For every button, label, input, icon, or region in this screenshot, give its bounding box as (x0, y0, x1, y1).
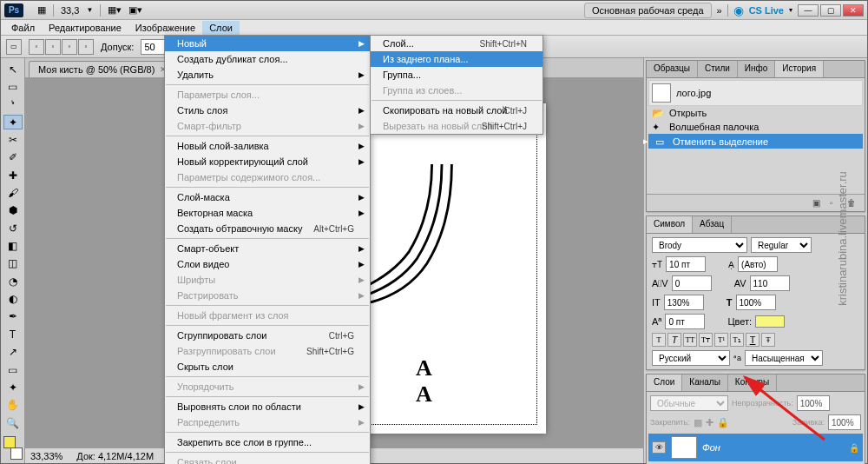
tab-info[interactable]: Инфо (738, 61, 776, 77)
3d-tool[interactable]: ✦ (3, 380, 23, 394)
marquee-tool[interactable]: ▭ (3, 79, 23, 94)
subtract-selection-icon[interactable]: ▫ (62, 39, 77, 55)
text-color-swatch[interactable] (755, 315, 785, 328)
brush-tool[interactable]: 🖌 (3, 185, 23, 200)
baseline-input[interactable] (665, 314, 705, 329)
menu-item[interactable]: Векторная маска▶ (165, 205, 370, 221)
lasso-tool[interactable]: ᔉ (3, 97, 23, 112)
menu-item[interactable]: Выровнять слои по области▶ (165, 399, 370, 414)
history-step[interactable]: ✦Волшебная палочка (648, 120, 863, 134)
menu-item[interactable]: Новый корректирующий слой▶ (165, 154, 370, 169)
eraser-tool[interactable]: ◧ (3, 238, 23, 253)
antialias-select[interactable]: Насыщенная (745, 350, 823, 366)
tab-styles[interactable]: Стили (698, 61, 738, 77)
intersect-selection-icon[interactable]: ▫ (78, 39, 94, 55)
history-step[interactable]: 📂Открыть (648, 106, 863, 120)
menu-item[interactable]: Закрепить все слои в группе... (165, 434, 370, 450)
zoom-tool[interactable]: 🔍 (3, 415, 23, 430)
tab-layers[interactable]: Слои (647, 375, 682, 391)
move-tool[interactable]: ↖ (3, 62, 23, 76)
lock-position-icon[interactable]: ✚ (706, 417, 713, 428)
superscript-button[interactable]: T¹ (714, 333, 728, 347)
tab-character[interactable]: Символ (647, 216, 693, 233)
foreground-swatch[interactable] (3, 436, 16, 448)
healing-tool[interactable]: ✚ (3, 168, 23, 182)
cslive-label[interactable]: CS Live (749, 5, 784, 16)
menu-item[interactable]: Сгруппировать слоиCtrl+G (165, 328, 370, 343)
expand-icon[interactable]: » (717, 5, 722, 16)
menu-edit[interactable]: Редактирование (42, 21, 128, 35)
menu-item[interactable]: Новый слой-заливка▶ (165, 138, 370, 154)
lock-pixels-icon[interactable]: ▩ (694, 417, 702, 428)
tab-paragraph[interactable]: Абзац (693, 216, 732, 233)
zoom-level[interactable]: 33,3 (61, 5, 79, 16)
underline-button[interactable]: T (746, 333, 760, 347)
tracking-input[interactable] (750, 275, 790, 291)
menu-item[interactable]: Скрыть слои (165, 359, 370, 375)
gradient-tool[interactable]: ◫ (3, 256, 23, 271)
screen-icon[interactable]: ▣▾ (128, 4, 142, 16)
menu-file[interactable]: Файл (4, 21, 42, 35)
history-snapshot[interactable]: лого.jpg (648, 80, 863, 106)
menu-item[interactable]: Удалить▶ (165, 67, 370, 83)
new-selection-icon[interactable]: ▫ (29, 39, 44, 55)
tab-history[interactable]: История (775, 61, 824, 77)
menu-item[interactable]: Слой...Shift+Ctrl+N (371, 36, 542, 51)
visibility-icon[interactable]: 👁 (652, 441, 666, 454)
layer-row[interactable]: 👁 Фон 🔒 (648, 434, 863, 461)
view-icon[interactable]: ▦▾ (108, 4, 122, 16)
layer-name[interactable]: Фон (702, 442, 720, 453)
italic-button[interactable]: T (667, 333, 681, 347)
menu-item[interactable]: Смарт-объект▶ (165, 241, 370, 256)
font-size-input[interactable] (666, 256, 706, 272)
hand-tool[interactable]: ✋ (3, 398, 23, 413)
eyedropper-tool[interactable]: ✐ (3, 150, 23, 165)
smallcaps-button[interactable]: Tᴛ (699, 333, 713, 347)
leading-input[interactable] (738, 256, 778, 272)
snapshot-icon[interactable]: ▣ (812, 198, 825, 209)
chevron-down-icon[interactable]: ▼ (86, 6, 93, 14)
menu-item[interactable]: Создать обтравочную маскуAlt+Ctrl+G (165, 221, 370, 236)
subscript-button[interactable]: T₁ (730, 333, 744, 347)
menu-item[interactable]: Скопировать на новый слойCtrl+J (371, 103, 542, 118)
tab-swatches[interactable]: Образцы (647, 61, 698, 77)
stamp-tool[interactable]: ⬢ (3, 203, 23, 218)
menu-image[interactable]: Изображение (128, 21, 202, 35)
tab-paths[interactable]: Контуры (728, 375, 777, 391)
menu-layers[interactable]: Слои (202, 21, 240, 35)
menu-item[interactable]: Создать дубликат слоя... (165, 51, 370, 67)
menu-item[interactable]: Из заднего плана... (371, 51, 542, 67)
color-swatches[interactable] (3, 436, 23, 460)
trash-icon[interactable]: 🗑 (847, 198, 859, 209)
magic-wand-tool[interactable]: ✦ (3, 115, 23, 129)
menu-item[interactable]: Слой-маска▶ (165, 189, 370, 205)
pen-tool[interactable]: ✒ (3, 309, 23, 324)
path-tool[interactable]: ↗ (3, 345, 23, 360)
document-tab[interactable]: Моя кисть @ 50% (RGB/8)✕ (29, 61, 176, 77)
menu-item[interactable]: Группа... (371, 67, 542, 83)
hscale-input[interactable] (736, 295, 776, 310)
menu-item[interactable]: Слои видео▶ (165, 256, 370, 272)
font-weight-select[interactable]: Regular (751, 237, 812, 253)
background-swatch[interactable] (10, 447, 23, 460)
status-zoom[interactable]: 33,33% (30, 451, 62, 461)
paint-tool-icon[interactable]: ▦ (37, 4, 46, 16)
language-select[interactable]: Русский (652, 350, 730, 366)
chevron-down-icon[interactable]: ▾ (789, 6, 792, 14)
type-tool[interactable]: T (3, 327, 23, 341)
close-button[interactable]: ✕ (843, 4, 864, 17)
crop-tool[interactable]: ✂ (3, 132, 23, 147)
kerning-input[interactable] (672, 275, 712, 291)
workspace-switcher[interactable]: Основная рабочая среда (584, 3, 712, 18)
strike-button[interactable]: Ŧ (761, 333, 775, 347)
tool-preset-icon[interactable]: ▭ (6, 39, 22, 55)
add-selection-icon[interactable]: ▫ (45, 39, 61, 55)
dodge-tool[interactable]: ◐ (3, 291, 23, 306)
menu-item[interactable]: Новый▶ (165, 36, 370, 51)
vscale-input[interactable] (664, 295, 704, 310)
history-step[interactable]: ▸▭Отменить выделение (648, 134, 863, 149)
allcaps-button[interactable]: TT (683, 333, 697, 347)
font-family-select[interactable]: Brody (652, 237, 747, 253)
lock-all-icon[interactable]: 🔒 (717, 417, 729, 428)
maximize-button[interactable]: ▢ (820, 4, 841, 17)
